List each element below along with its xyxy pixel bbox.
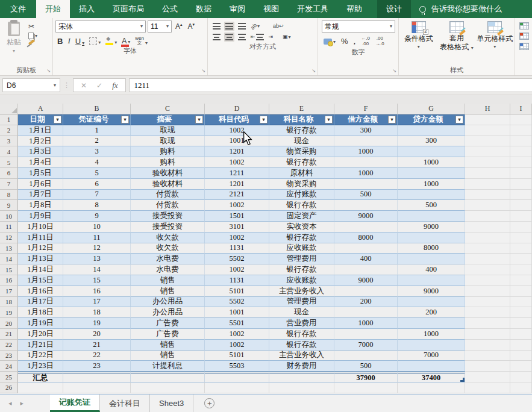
cell-D14[interactable]: 5502 [205,254,269,264]
cell-B13[interactable]: 12 [63,243,131,254]
ribbon-tab-数据[interactable]: 数据 [187,0,221,18]
row-header-22[interactable]: 22 [0,340,18,351]
cell-G7[interactable]: 1000 [398,179,465,190]
cell-F19[interactable] [334,307,398,318]
font-color-button[interactable]: A▾ [121,37,131,45]
cell-B10[interactable]: 9 [63,211,131,222]
cell-H2[interactable] [465,125,510,136]
cell-D4[interactable]: 1201 [205,146,269,157]
decrease-indent-button[interactable]: ⇤ [249,33,265,42]
cell-A3[interactable]: 1月2日 [18,136,63,147]
cell-G21[interactable]: 1000 [398,329,465,340]
cell-C1[interactable]: 摘要▾ [131,114,205,125]
column-header-B[interactable]: B [63,104,131,114]
row-header-5[interactable]: 5 [0,157,18,168]
cell-F2[interactable]: 300 [334,125,398,136]
column-header-D[interactable]: D [205,104,269,114]
cell-C19[interactable]: 办公用品 [131,307,205,318]
cell-B12[interactable]: 11 [63,233,131,243]
cell-A6[interactable]: 1月5日 [18,168,63,179]
sheet-tab-记账凭证[interactable]: 记账凭证 [50,395,100,412]
column-header-I[interactable]: I [510,104,532,114]
cell-H25[interactable] [465,372,510,382]
cell-I20[interactable] [510,318,532,329]
cell-H13[interactable] [465,243,510,254]
cell-E10[interactable]: 固定资产 [269,211,334,222]
cell-C20[interactable]: 广告费 [131,318,205,329]
cell-B24[interactable]: 23 [63,361,131,372]
cell-C3[interactable]: 取现 [131,136,205,147]
decrease-decimal-button[interactable]: .00→.0 [375,36,385,47]
cell-A20[interactable]: 1月19日 [18,318,63,329]
cell-E9[interactable]: 银行存款 [269,200,334,211]
column-header-A[interactable]: A [18,104,63,114]
cell-H10[interactable] [465,211,510,222]
column-header-G[interactable]: G [398,104,465,114]
cell-C13[interactable]: 收欠款 [131,243,205,254]
row-header-7[interactable]: 7 [0,179,18,190]
ribbon-tab-帮助[interactable]: 帮助 [337,0,371,18]
cell-I17[interactable] [510,286,532,297]
cell-D5[interactable]: 1002 [205,157,269,168]
ribbon-tab-design[interactable]: 设计 [377,0,411,18]
cell-styles-button[interactable]: 单元格样式 ▾ [477,20,513,49]
row-header-8[interactable]: 8 [0,190,18,201]
row-header-16[interactable]: 16 [0,275,18,286]
phonetic-button[interactable]: wén文▾ [134,36,148,46]
comma-format-button[interactable]: , [353,36,357,46]
cell-E7[interactable]: 物资采购 [269,179,334,190]
cell-G16[interactable] [398,275,465,286]
cell-C23[interactable]: 销售 [131,351,205,361]
align-left-button[interactable] [211,33,222,42]
cell-A7[interactable]: 1月6日 [18,179,63,190]
cell-H1[interactable] [465,114,510,125]
cell-B14[interactable]: 13 [63,254,131,264]
cell-G18[interactable] [398,297,465,308]
row-header-21[interactable]: 21 [0,329,18,340]
cell-G1[interactable]: 贷方金额▾ [398,114,465,125]
cell-F21[interactable] [334,329,398,340]
filter-button-C[interactable]: ▾ [195,116,203,123]
cell-E11[interactable]: 实收资本 [269,222,334,233]
filter-button-D[interactable]: ▾ [260,116,268,123]
cell-D24[interactable]: 5503 [205,361,269,372]
cell-I22[interactable] [510,340,532,351]
cell-C24[interactable]: 计提利息 [131,361,205,372]
row-header-13[interactable]: 13 [0,243,18,254]
row-header-11[interactable]: 11 [0,222,18,233]
cell-H7[interactable] [465,179,510,190]
increase-decimal-button[interactable]: ←.0.00 [360,36,371,47]
row-header-25[interactable]: 25 [0,372,18,382]
font-dialog-launcher[interactable]: ↘ [201,69,205,73]
cell-I16[interactable] [510,275,532,286]
bold-button[interactable]: B [57,37,63,46]
cell-A1[interactable]: 日期▾ [18,114,63,125]
fill-color-button[interactable]: ▾ [105,37,117,45]
cell-B21[interactable]: 20 [63,329,131,340]
row-header-24[interactable]: 24 [0,361,18,372]
cell-A12[interactable]: 1月11日 [18,233,63,243]
cell-H19[interactable] [465,307,510,318]
cell-A15[interactable]: 1月14日 [18,264,63,275]
percent-format-button[interactable]: % [340,37,349,46]
cell-I3[interactable] [510,136,532,147]
ribbon-tab-开发工具[interactable]: 开发工具 [288,0,337,18]
cell-G9[interactable]: 500 [398,200,465,211]
cell-B15[interactable]: 14 [63,264,131,275]
cell-I23[interactable] [510,351,532,361]
cell-H18[interactable] [465,297,510,308]
cell-E4[interactable]: 物资采购 [269,146,334,157]
cell-E6[interactable]: 原材料 [269,168,334,179]
row-header-14[interactable]: 14 [0,254,18,264]
cell-E1[interactable]: 科目名称▾ [269,114,334,125]
cell-G22[interactable] [398,340,465,351]
column-header-H[interactable]: H [465,104,510,114]
borders-button[interactable]: ▾ [89,37,101,45]
cell-G24[interactable] [398,361,465,372]
cell-E25[interactable] [269,372,334,382]
cell-H23[interactable] [465,351,510,361]
cell-I14[interactable] [510,254,532,264]
tell-me-box[interactable]: 告诉我你想要做什么 [411,0,510,18]
cell-D7[interactable]: 1201 [205,179,269,190]
number-format-select[interactable]: 常规▾ [322,20,395,33]
